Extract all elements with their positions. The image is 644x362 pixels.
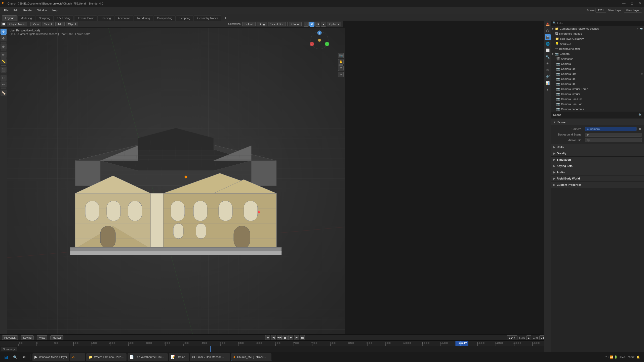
timeline-ruler[interactable]: -50 0 50 100 150 200 250 300 350 400 — [0, 341, 551, 346]
outliner-item-10[interactable]: 📷 Camera.005 — [551, 76, 644, 81]
rendered-btn[interactable]: ● — [321, 22, 326, 27]
tab-animation[interactable]: Animation — [115, 15, 134, 21]
nav-gizmo-container[interactable]: Z X Y — [309, 30, 330, 50]
prop-object-icon[interactable]: ⬜ — [545, 47, 551, 53]
simulation-section-header[interactable]: ▶ Simulation — [551, 157, 644, 163]
menu-file[interactable]: File — [2, 8, 11, 12]
gravity-section-header[interactable]: ▶ Gravity — [551, 150, 644, 156]
bone-tool[interactable]: 🦴 — [1, 90, 7, 96]
taskbar-ossian[interactable]: 📝 Ossian — [169, 353, 189, 361]
outliner-item-14[interactable]: 📷 Camera Pan One — [551, 97, 644, 102]
viewport[interactable]: Z X Y 📷 ✋ ⊕ ✈ — [7, 28, 345, 334]
solid-btn[interactable]: ◉ — [309, 22, 314, 27]
marker-btn[interactable]: Marker — [50, 335, 63, 340]
prop-scene-icon[interactable]: 🎬 — [545, 34, 551, 40]
outliner-item-16[interactable]: 📷 Camera panoramic — [551, 107, 644, 112]
prev-frame-btn[interactable]: ◀ — [271, 335, 276, 340]
outliner-search-input[interactable] — [557, 22, 642, 25]
outliner-item-4[interactable]: 〰 BezierCurve.080 — [551, 46, 644, 51]
camera-close-btn[interactable]: ✕ — [638, 127, 642, 131]
outliner-item-12[interactable]: 📷 Camera Interior Three — [551, 86, 644, 92]
add-tab-button[interactable]: + — [223, 16, 228, 21]
taskbar-email[interactable]: ✉ Email - Don Manson... — [190, 353, 230, 361]
outliner-item-15[interactable]: 📷 Camera Pan Two — [551, 102, 644, 107]
outliner-item-13[interactable]: 📷 Camera Interior — [551, 92, 644, 97]
close-button[interactable]: ✕ — [636, 0, 644, 7]
icons-9[interactable]: ⊞ — [641, 73, 643, 75]
select-box-btn[interactable]: Select Box — [268, 22, 286, 26]
play-reverse-btn[interactable]: ◀◀ — [277, 335, 282, 340]
nav-gizmo-svg[interactable]: Z X Y — [309, 30, 330, 50]
tab-texture-paint[interactable]: Texture Paint — [74, 15, 97, 21]
wireframe-btn[interactable]: ⬚ — [304, 22, 309, 27]
camera-overlay-btn[interactable]: 📷 — [338, 53, 344, 58]
outliner-item-11[interactable]: 📷 Camera.006 — [551, 81, 644, 86]
cursor-tool[interactable]: ✛ — [1, 29, 7, 35]
scene-section-header[interactable]: ▼ Scene — [551, 119, 644, 125]
units-section-header[interactable]: ▶ Units — [551, 144, 644, 150]
jump-start-btn[interactable]: ⏮ — [265, 335, 270, 340]
taskbar-westbourne[interactable]: 📄 The Westbourne Chu... — [128, 353, 168, 361]
menu-window[interactable]: Window — [35, 8, 49, 12]
prop-particles-icon[interactable]: ✦ — [545, 60, 551, 66]
taskbar-wmp[interactable]: ▶ Windows Media Player — [32, 353, 69, 361]
annotate-tool[interactable]: ✏ — [1, 52, 7, 58]
snap-default-btn[interactable]: Default — [242, 22, 256, 26]
minimize-button[interactable]: — — [620, 0, 628, 7]
prop-output-icon[interactable]: 📤 — [545, 21, 551, 27]
object-btn[interactable]: Object — [66, 22, 78, 26]
tab-compositing[interactable]: Compositing — [154, 15, 176, 21]
menu-render[interactable]: Render — [21, 8, 34, 12]
start-frame-display[interactable]: 1 — [526, 335, 531, 340]
taskbar-folder[interactable]: 📁 Where I am now...2024... — [86, 353, 127, 361]
outliner-item-8[interactable]: 📷 Camera.002 — [551, 66, 644, 71]
menu-help[interactable]: Help — [50, 8, 60, 12]
outliner-item-1[interactable]: 🖼 Reference Images — [551, 31, 644, 36]
view-layer-btn[interactable]: View Layer — [624, 8, 642, 13]
camera-value-field[interactable]: ◉ Camera — [585, 127, 636, 131]
maximize-button[interactable]: ☐ — [628, 0, 636, 7]
custom-props-section-header[interactable]: ▶ Custom Properties — [551, 182, 644, 188]
outliner-item-6[interactable]: 🎬 Animation — [551, 56, 644, 61]
audio-section-header[interactable]: ▶ Audio — [551, 169, 644, 175]
rigid-body-section-header[interactable]: ▶ Rigid Body World — [551, 175, 644, 182]
tab-rendering[interactable]: Rendering — [134, 15, 153, 21]
tab-uv-editing[interactable]: UV Editing — [54, 15, 74, 21]
tab-scripting[interactable]: Scripting — [176, 15, 193, 21]
next-frame-btn[interactable]: ▶ — [294, 335, 299, 340]
scale-tool[interactable]: ⇔ — [1, 81, 7, 87]
eye-icon-0[interactable]: 👁 — [637, 27, 639, 30]
prop-material-icon[interactable]: ● — [545, 86, 551, 93]
taskbar-blender[interactable]: ● Church_759 [E:\Docu... — [231, 353, 271, 361]
prop-world-icon[interactable]: 🌐 — [545, 41, 551, 47]
prop-constraints-icon[interactable]: 🔗 — [545, 73, 551, 79]
outliner-item-3[interactable]: 💡 Area.014 — [551, 41, 644, 46]
outliner-item-9[interactable]: 📷 Camera.004 ⊞ — [551, 71, 644, 76]
tab-modeling[interactable]: Modeling — [17, 15, 35, 21]
measure-tool[interactable]: 📏 — [1, 58, 7, 64]
add-cube-tool[interactable]: ⬛ — [1, 67, 7, 73]
material-preview-btn[interactable]: ◑ — [315, 22, 320, 27]
global-btn[interactable]: Global — [289, 22, 302, 26]
scene-canvas[interactable]: Z X Y 📷 ✋ ⊕ ✈ — [7, 28, 345, 334]
playback-btn[interactable]: Playback — [2, 335, 18, 340]
object-mode-btn[interactable]: Object Mode — [7, 22, 27, 26]
view-tl-btn[interactable]: View — [37, 335, 47, 340]
tab-shading[interactable]: Shading — [97, 15, 114, 21]
fly-btn[interactable]: ✈ — [338, 72, 344, 77]
proportional-btn[interactable]: Drag — [257, 22, 267, 26]
bg-scene-field[interactable]: ⊕ — [585, 133, 642, 137]
prop-physics-icon[interactable]: ⚛ — [545, 67, 551, 73]
scene-collection-btn[interactable]: 1261 — [595, 8, 606, 13]
active-clip-field[interactable]: 🎥 — [585, 138, 642, 142]
jump-end-btn[interactable]: ⏭ — [300, 335, 305, 340]
move-tool[interactable]: ✥ — [1, 35, 7, 41]
search-btn[interactable]: 🔍 — [11, 353, 19, 361]
taskbar-ai[interactable]: Ai — [70, 353, 85, 361]
add-btn[interactable]: Add — [55, 22, 65, 26]
outliner-item-2[interactable]: 📁 b&b town Gallaway — [551, 36, 644, 41]
outliner-item-0[interactable]: ▶ 📁 Camera lights reference scenes 👁 📷 — [551, 26, 644, 31]
tab-sculpting[interactable]: Sculpting — [36, 15, 54, 21]
keying-sets-section-header[interactable]: ▶ Keying Sets — [551, 163, 644, 169]
prop-view-layer-icon[interactable]: ⬡ — [545, 28, 551, 34]
